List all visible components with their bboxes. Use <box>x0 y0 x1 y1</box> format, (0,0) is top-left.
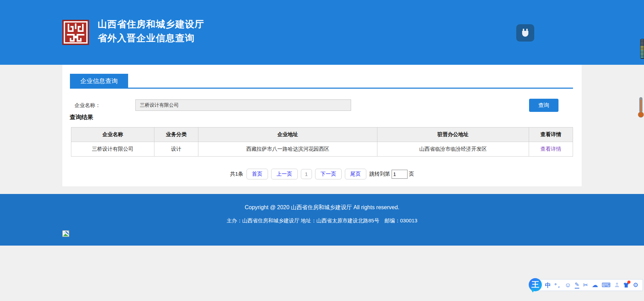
query-button[interactable]: 查询 <box>529 99 558 112</box>
page: 山西省住房和城乡建设厅 省外入晋企业信息查询 企业信息查询 企业名称： 查询 查… <box>0 0 644 301</box>
pagination-jump-group: 跳转到第 页 <box>369 170 414 179</box>
pagination-last-button[interactable]: 尾页 <box>345 169 366 179</box>
scrollbar-minimap-widget[interactable] <box>640 39 644 59</box>
col-shanxi-office-address: 驻晋办公地址 <box>377 127 529 142</box>
pagination-total: 共1条 <box>230 171 243 177</box>
tab-enterprise-info-query[interactable]: 企业信息查询 <box>70 74 128 88</box>
site-title: 山西省住房和城乡建设厅 省外入晋企业信息查询 <box>98 17 204 45</box>
pagination-current-page: 1 <box>301 169 312 179</box>
ime-account-icon[interactable] <box>614 282 620 289</box>
ime-language-mode-icon[interactable]: 中 <box>545 282 551 288</box>
cell-business-category: 设计 <box>154 142 198 157</box>
notification-dot <box>627 281 630 284</box>
ime-punctuation-icon[interactable]: °， <box>554 283 561 288</box>
thermometer-icon[interactable] <box>638 97 644 118</box>
header-plug-button[interactable] <box>516 24 534 42</box>
ime-keyboard-icon[interactable]: ⌨ <box>602 282 611 288</box>
plug-icon <box>521 28 530 38</box>
agency-logo-icon <box>62 20 89 45</box>
site-header: 山西省住房和城乡建设厅 省外入晋企业信息查询 <box>0 0 644 65</box>
col-enterprise-address: 企业地址 <box>198 127 377 142</box>
pagination-prev-button[interactable]: 上一页 <box>271 169 298 179</box>
ime-cloud-icon[interactable]: ☁ <box>592 282 598 288</box>
table-header-row: 企业名称 业务分类 企业地址 驻晋办公地址 查看详情 <box>71 127 573 142</box>
pagination: 共1条 首页 上一页 1 下一页 尾页 跳转到第 页 <box>62 169 582 179</box>
site-title-line2: 省外入晋企业信息查询 <box>98 31 204 45</box>
results-table: 企业名称 业务分类 企业地址 驻晋办公地址 查看详情 三桥设计有限公司 设计 西… <box>71 127 573 157</box>
cell-shanxi-office-address: 山西省临汾市临汾经济开发区 <box>377 142 529 157</box>
pagination-jump-input[interactable] <box>392 170 408 179</box>
tab-label: 企业信息查询 <box>80 77 118 85</box>
results-heading: 查询结果 <box>70 113 93 121</box>
table-row: 三桥设计有限公司 设计 西藏拉萨市八一路哈达滨河花园西区 山西省临汾市临汾经济开… <box>71 142 573 157</box>
view-details-link[interactable]: 查看详情 <box>540 146 561 152</box>
pagination-jump-prefix: 跳转到第 <box>369 171 390 177</box>
ime-logo-icon[interactable]: 王 <box>529 278 542 291</box>
pagination-next-button[interactable]: 下一页 <box>315 169 342 179</box>
cell-enterprise-name: 三桥设计有限公司 <box>71 142 154 157</box>
ime-handwriting-icon[interactable]: ✎ <box>575 282 579 289</box>
ime-skin-icon[interactable] <box>623 282 629 288</box>
enterprise-name-label: 企业名称： <box>74 99 100 111</box>
ime-emoji-icon[interactable]: ☺ <box>565 282 571 288</box>
pagination-first-button[interactable]: 首页 <box>247 169 268 179</box>
broken-image-icon <box>62 230 69 237</box>
col-enterprise-name: 企业名称 <box>71 127 154 142</box>
footer-copyright: Copyright @ 2020 山西省住房和城乡建设厅 All rights … <box>0 204 644 211</box>
site-footer: Copyright @ 2020 山西省住房和城乡建设厅 All rights … <box>0 194 644 246</box>
col-view-details: 查看详情 <box>529 127 573 142</box>
col-business-category: 业务分类 <box>154 127 198 142</box>
footer-address: 主办：山西省住房和城乡建设厅 地址：山西省太原市建设北路85号 邮编：03001… <box>0 218 644 224</box>
site-title-line1: 山西省住房和城乡建设厅 <box>98 17 204 31</box>
pagination-jump-suffix: 页 <box>409 171 414 177</box>
enterprise-name-input[interactable] <box>135 99 351 111</box>
main-content-card: 企业信息查询 企业名称： 查询 查询结果 企业名称 业务分类 企业地址 驻晋办公… <box>62 65 582 186</box>
ime-toolbar: 中 °， ☺ ✎ ✂ ☁ ⌨ ⚙ <box>535 279 643 291</box>
cell-enterprise-address: 西藏拉萨市八一路哈达滨河花园西区 <box>198 142 377 157</box>
ime-logo-glyph: 王 <box>531 280 539 290</box>
ime-scissors-icon[interactable]: ✂ <box>583 282 588 288</box>
tab-underline <box>70 88 573 89</box>
ime-settings-icon[interactable]: ⚙ <box>633 282 638 288</box>
